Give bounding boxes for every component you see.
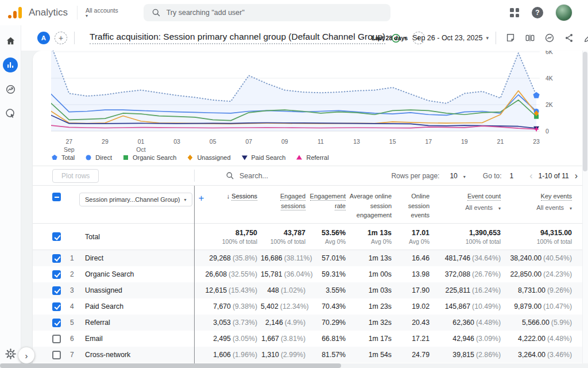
row-checkbox[interactable] <box>52 302 61 311</box>
edit-icon <box>583 33 588 43</box>
plot-rows-button[interactable]: Plot rows <box>52 169 99 183</box>
dimension-dropdown[interactable]: Session primary...Channel Group)▾ <box>79 193 192 206</box>
column-header-engaged-sessions[interactable]: Engaged sessions <box>261 186 309 223</box>
metric-cell: 7,670(9.38%) <box>194 302 261 310</box>
goto-page-input[interactable]: 1 <box>510 172 514 180</box>
column-label: Average online session engagement <box>350 193 392 218</box>
legend-item-total[interactable]: Total <box>51 154 75 161</box>
vertical-scrollbar[interactable] <box>583 52 587 171</box>
metric-cell: 3,264.00(3.46%) <box>504 351 575 359</box>
column-filter-dropdown[interactable]: All events▾ <box>504 203 572 213</box>
metric-cell: 225,811(16.24%) <box>433 286 504 294</box>
total-metric-cell: 53.56%Avg 0% <box>309 229 349 245</box>
metric-cell: 59.31% <box>309 270 349 278</box>
column-label: Event count <box>467 193 501 201</box>
table-row[interactable]: 6Email2,495(3.05%)1,667(3.81%)66.81%1m 1… <box>33 331 588 347</box>
row-checkbox[interactable] <box>52 286 61 295</box>
row-checkbox[interactable] <box>52 351 61 359</box>
column-header-event-count[interactable]: Event countAll events▾ <box>433 186 504 223</box>
select-all-checkbox[interactable] <box>52 193 61 201</box>
sidebar-item-admin[interactable] <box>3 346 18 361</box>
column-header-key-events[interactable]: Key eventsAll events▾ <box>504 186 575 223</box>
metric-cell: 66.81% <box>309 335 349 343</box>
total-row-checkbox[interactable] <box>52 232 61 241</box>
account-switcher-label: All accounts <box>86 7 118 14</box>
metric-cell: 4,222.00(4.48%) <box>504 335 575 343</box>
legend-item-unassigned[interactable]: Unassigned <box>187 154 230 161</box>
legend-item-direct[interactable]: Direct <box>85 154 112 161</box>
row-index: 7 <box>70 351 79 359</box>
search-input[interactable]: Try searching "add user" <box>144 4 390 21</box>
channel-name: Unassigned <box>85 286 122 294</box>
channel-name: Referral <box>85 319 110 327</box>
table-row[interactable]: 2Organic Search26,608(32.55%)15,781(36.0… <box>33 266 588 282</box>
channel-name: Organic Search <box>85 270 134 278</box>
notes-button[interactable] <box>503 30 518 45</box>
column-filter-dropdown[interactable]: All events▾ <box>433 203 501 213</box>
column-header-online-session-events[interactable]: Online session events <box>395 186 433 223</box>
apps-grid-icon[interactable] <box>510 8 519 17</box>
metric-cell: 42,946(3.09%) <box>433 335 504 343</box>
next-page-button[interactable]: › <box>575 171 578 181</box>
sort-desc-icon: ↓ <box>227 193 230 200</box>
divider <box>496 32 496 44</box>
metric-cell: 145,867(10.49%) <box>433 302 504 310</box>
metric-cell: 13.98 <box>395 270 433 278</box>
expand-sidebar-button[interactable]: › <box>18 347 34 363</box>
metric-cell: 12,615(15.43%) <box>194 286 261 294</box>
horizontal-scrollbar[interactable] <box>0 363 341 368</box>
sidebar-item-home[interactable] <box>3 33 18 48</box>
row-index: 5 <box>70 319 79 327</box>
column-header-average-online-session-engagement[interactable]: Average online session engagement <box>349 186 395 223</box>
table-row[interactable]: 4Paid Search7,670(9.38%)5,402(12.34%)70.… <box>33 298 588 315</box>
row-checkbox[interactable] <box>52 270 61 279</box>
column-header-engagement-rate[interactable]: Engagement rate <box>309 186 349 223</box>
add-comparison-button[interactable]: + <box>55 32 67 44</box>
metric-cell: 38,240.00(40.54%) <box>504 254 575 262</box>
account-switcher[interactable]: All accounts ▾ <box>86 7 118 18</box>
table-row[interactable]: 5Referral3,053(3.73%)2,146(4.9%)70.29%1m… <box>33 315 588 331</box>
metric-cell: 9,879.00(10.47%) <box>504 302 575 310</box>
x-axis-tick: 01Oct <box>136 138 145 154</box>
column-header-sessions[interactable]: ↓Sessions <box>194 186 261 223</box>
prev-page-button[interactable]: ‹ <box>529 171 532 181</box>
report-title[interactable]: Traffic acquisition: Session primary cha… <box>90 32 385 44</box>
row-checkbox[interactable] <box>52 254 61 263</box>
legend-item-referral[interactable]: Referral <box>296 154 328 161</box>
metric-cell: 5,566.00(5.9%) <box>504 319 575 327</box>
customize-report-button[interactable] <box>581 30 588 45</box>
sidebar-item-explore[interactable] <box>3 82 18 97</box>
topbar: Analytics All accounts ▾ Try searching "… <box>0 0 588 25</box>
share-button[interactable] <box>562 30 577 45</box>
explore-icon <box>5 84 16 95</box>
legend-label: Direct <box>95 154 112 161</box>
table-row[interactable]: 3Unassigned12,615(15.43%)448(1.02%)3.55%… <box>33 282 588 298</box>
total-metric-cell: 43,787100% of total <box>261 229 309 245</box>
help-icon[interactable]: ? <box>532 7 543 18</box>
sidebar-item-advertising[interactable] <box>3 106 18 121</box>
sidebar-item-reports[interactable] <box>3 57 18 72</box>
notes-icon <box>505 33 516 43</box>
table-row[interactable]: 1Direct29,268(35.8%)16,686(38.11%)57.01%… <box>33 250 588 266</box>
rows-per-page-select[interactable]: 10▾ <box>450 172 465 180</box>
legend-item-paid-search[interactable]: Paid Search <box>241 154 286 161</box>
x-axis-tick: 29 <box>102 138 109 146</box>
date-range-picker[interactable]: Last 28 days Sep 26 - Oct 23, 2025 ▾ <box>372 34 489 42</box>
insights-button[interactable] <box>542 30 557 45</box>
traffic-chart[interactable]: 6K4K2K0 <box>51 51 540 136</box>
comparison-chip[interactable]: A <box>37 32 50 44</box>
comparison-button[interactable] <box>523 30 537 45</box>
table-search-placeholder: Search... <box>239 172 268 180</box>
table-row[interactable]: 7Cross-network1,606(1.96%)1,310(2.99%)81… <box>33 347 588 363</box>
x-axis-tick: 03 <box>173 138 180 146</box>
row-index: 2 <box>70 270 79 278</box>
divider <box>194 170 195 182</box>
user-avatar[interactable] <box>556 5 572 21</box>
row-checkbox[interactable] <box>52 319 61 327</box>
legend-item-organic-search[interactable]: Organic Search <box>122 154 176 161</box>
row-index: 4 <box>70 302 79 310</box>
row-checkbox[interactable] <box>52 335 61 343</box>
column-resize-divider[interactable] <box>194 186 195 363</box>
table-search-input[interactable]: Search... <box>226 171 268 180</box>
metric-cell: 3.55% <box>309 286 349 294</box>
